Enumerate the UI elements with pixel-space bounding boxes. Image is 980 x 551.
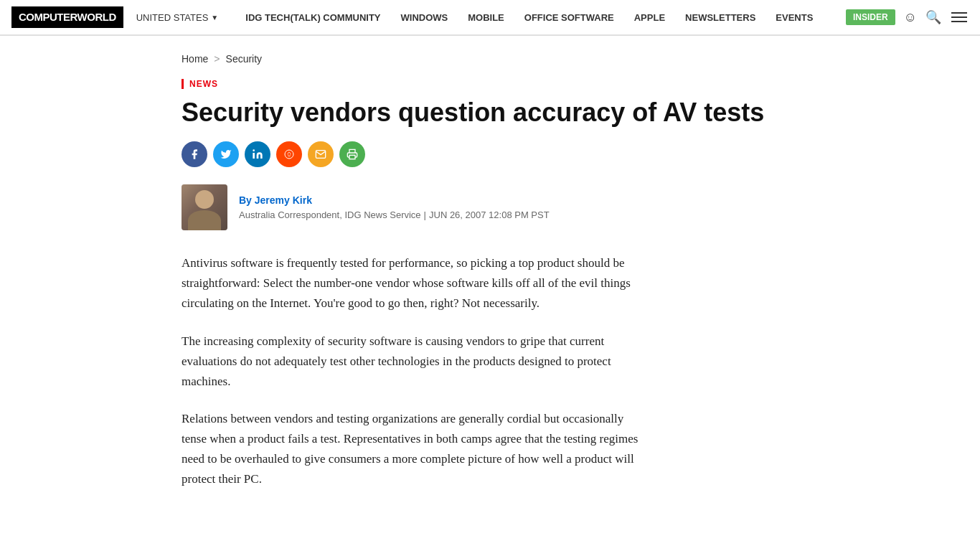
article-section-label: NEWS — [182, 79, 798, 89]
nav-link-idg[interactable]: IDG TECH(TALK) COMMUNITY — [235, 12, 390, 23]
region-chevron-icon: ▼ — [211, 14, 218, 22]
nav-link-apple[interactable]: APPLE — [624, 12, 675, 23]
nav-link-windows[interactable]: WINDOWS — [391, 12, 458, 23]
article-content: Home > Security NEWS Security vendors qu… — [167, 36, 813, 489]
nav-link-newsletters[interactable]: NEWSLETTERS — [675, 12, 765, 23]
share-print-button[interactable] — [339, 141, 365, 167]
article-paragraph-2: The increasing complexity of security so… — [182, 331, 641, 392]
svg-point-1 — [285, 150, 293, 159]
share-linkedin-button[interactable] — [245, 141, 270, 167]
hamburger-menu[interactable] — [950, 11, 969, 24]
author-avatar — [182, 184, 227, 230]
share-facebook-button[interactable] — [182, 141, 207, 167]
nav-link-office[interactable]: OFFICE SOFTWARE — [514, 12, 624, 23]
user-icon[interactable]: ☺ — [904, 10, 917, 25]
article-paragraph-3: Relations between vendors and testing or… — [182, 409, 641, 489]
svg-point-2 — [288, 154, 288, 154]
nav-link-mobile[interactable]: MOBILE — [458, 12, 514, 23]
share-email-button[interactable] — [308, 141, 334, 167]
svg-point-0 — [253, 150, 255, 152]
author-info: By Jeremy Kirk Australia Correspondent, … — [239, 194, 550, 221]
nav-link-events[interactable]: EVENTS — [765, 12, 823, 23]
breadcrumb-current: Security — [226, 53, 263, 65]
social-share-bar — [182, 141, 798, 167]
author-avatar-image — [182, 184, 227, 230]
author-title: Australia Correspondent, IDG News Servic… — [239, 208, 550, 221]
author-row: By Jeremy Kirk Australia Correspondent, … — [182, 184, 798, 230]
nav-links: IDG TECH(TALK) COMMUNITY WINDOWS MOBILE … — [235, 12, 846, 23]
breadcrumb: Home > Security — [182, 36, 798, 79]
article-paragraph-1: Antivirus software is frequently tested … — [182, 253, 641, 314]
publish-date: JUN 26, 2007 12:08 PM PST — [429, 209, 550, 220]
share-reddit-button[interactable] — [276, 141, 302, 167]
insider-badge[interactable]: INSIDER — [846, 9, 895, 25]
svg-rect-4 — [349, 156, 355, 159]
main-navigation: COMPUTERWORLD UNITED STATES ▼ IDG TECH(T… — [0, 0, 980, 36]
article-title: Security vendors question accuracy of AV… — [182, 98, 784, 127]
breadcrumb-separator: > — [214, 53, 220, 65]
article: NEWS Security vendors question accuracy … — [182, 79, 798, 489]
article-body: Antivirus software is frequently tested … — [182, 253, 798, 489]
svg-point-3 — [290, 154, 291, 154]
nav-right-controls: INSIDER ☺ 🔍 — [846, 9, 969, 25]
author-name-link[interactable]: By Jeremy Kirk — [239, 194, 550, 206]
region-selector[interactable]: UNITED STATES ▼ — [136, 12, 219, 23]
share-twitter-button[interactable] — [213, 141, 239, 167]
search-icon[interactable]: 🔍 — [925, 9, 941, 25]
breadcrumb-home[interactable]: Home — [182, 53, 208, 65]
site-logo[interactable]: COMPUTERWORLD — [11, 6, 123, 28]
